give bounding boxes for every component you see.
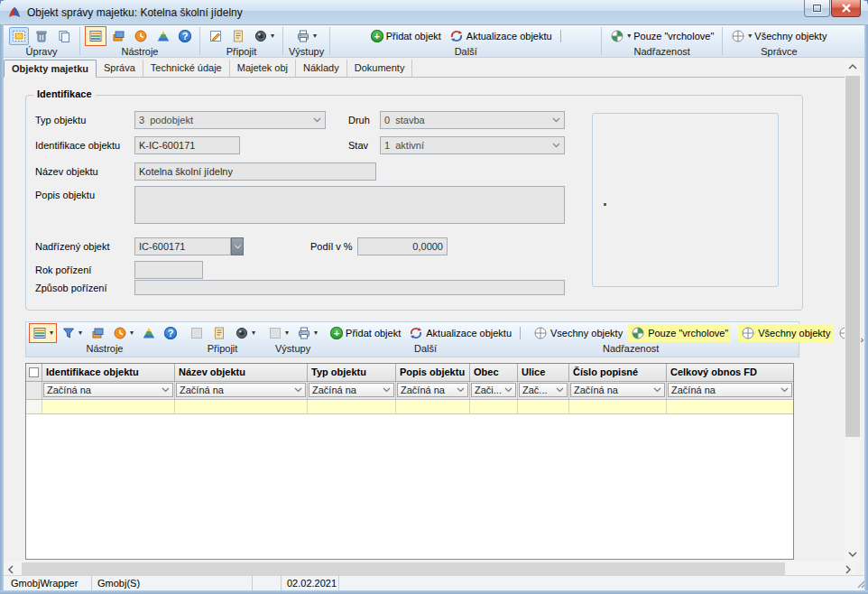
grid-only-top-objects-button[interactable]: Pouze "vrcholove" (628, 324, 731, 342)
identifikace-objektu-field[interactable]: K-IC-600171 (134, 136, 240, 154)
filter-operator-combo[interactable]: Začíná na (43, 383, 173, 397)
grid-body-empty[interactable] (26, 414, 793, 559)
column-header[interactable]: Celkový obnos FD (667, 364, 793, 382)
restore-window-button[interactable] (804, 0, 830, 17)
filter-input-cell[interactable] (518, 400, 569, 414)
column-header[interactable]: Číslo popisné (569, 364, 667, 382)
grid-export-button-disabled[interactable]: ▾ (265, 324, 291, 342)
column-header[interactable]: Identifikace objektu (42, 364, 175, 382)
chevron-down-icon (848, 552, 857, 557)
grid-add-object-button[interactable]: + Přidat objekt (328, 324, 403, 342)
grid-attach-document-button[interactable] (209, 324, 229, 342)
filter-operator-combo[interactable]: Zač... (519, 383, 568, 397)
column-header[interactable]: Popis objektu (396, 364, 470, 382)
podil-field[interactable]: 0,0000 (357, 237, 448, 255)
stav-combo[interactable]: 1 aktivní (380, 136, 565, 154)
column-header[interactable]: Typ objektu (308, 364, 396, 382)
trash-icon (34, 29, 49, 43)
update-object-button[interactable]: Aktualizace objektu (447, 27, 555, 45)
attach-document-button[interactable] (228, 27, 248, 45)
copy-button[interactable] (54, 27, 74, 45)
title-bar[interactable]: Objekt správy majetku: Kotelna školní jí… (0, 0, 868, 25)
druh-combo[interactable]: 0 stavba (380, 111, 565, 129)
nazev-objektu-field[interactable]: Kotelna školní jídelny (134, 162, 376, 181)
tab-dokumenty[interactable]: Dokumenty (347, 60, 413, 77)
grid-print-button[interactable]: ▾ (294, 324, 320, 342)
filter-input-cell[interactable] (569, 400, 667, 414)
nadrizeny-objekt-field[interactable]: IC-600171 (134, 237, 231, 255)
attach-note-button[interactable] (206, 27, 226, 45)
tab-objekty-majetku[interactable]: Objekty majetku (4, 60, 97, 78)
grid-all-objects-button[interactable]: Vsechny objekty (531, 324, 625, 342)
quarter-circle-icon (533, 326, 548, 340)
grid-help-button[interactable]: ? (162, 324, 180, 342)
nadrizeny-lookup-button[interactable] (231, 237, 244, 255)
grid-filter-button[interactable]: ▾ (59, 324, 85, 342)
attach-photo-button[interactable]: ▾ (251, 27, 277, 45)
vertical-scrollbar[interactable] (845, 60, 861, 562)
status-panel-date: 02.02.2021 (282, 576, 339, 590)
grid-attach-note-button-disabled[interactable] (187, 324, 207, 342)
filter-input-cell[interactable] (308, 400, 396, 414)
filter-operator-combo[interactable]: Začíná na (668, 383, 792, 397)
add-object-button[interactable]: + Přidat objekt (368, 27, 444, 45)
camera-icon (235, 326, 249, 340)
nazev-objektu-label: Název objektu (35, 166, 98, 177)
filter-input-cell[interactable] (42, 400, 175, 414)
scroll-down-button[interactable] (845, 547, 861, 562)
close-window-button[interactable] (831, 0, 861, 17)
plus-icon: + (371, 30, 383, 42)
rok-porizeni-field[interactable] (134, 261, 203, 279)
filter-operator-combo[interactable]: Zači... (471, 383, 516, 397)
chevron-down-icon (235, 245, 241, 249)
layers-icon (111, 29, 125, 43)
table-settings-button[interactable] (86, 27, 106, 45)
status-panel-wrapper: GmobjWrapper (5, 576, 92, 590)
grid-attach-photo-button[interactable]: ▾ (232, 324, 258, 342)
filter-operator-combo[interactable]: Začíná na (397, 383, 468, 397)
popis-objektu-field[interactable] (134, 186, 565, 224)
filter-input-cell[interactable] (667, 400, 793, 414)
filter-operator-combo[interactable]: Začíná na (309, 383, 394, 397)
group-label: Nástroje (87, 343, 124, 354)
edit-record-button[interactable] (9, 27, 29, 45)
column-header[interactable]: Ulice (518, 364, 569, 382)
typ-objektu-combo[interactable]: 3 podobjekt (134, 111, 326, 129)
only-top-objects-button[interactable]: ▾ Pouze "vrcholove" (607, 27, 716, 45)
scroll-up-button[interactable] (845, 60, 861, 74)
tab-majetek-obj[interactable]: Majetek obj (230, 60, 296, 77)
status-bar: GmobjWrapper Gmobj(S) 02.02.2021 (0, 575, 868, 590)
filter-input-cell[interactable] (470, 400, 518, 414)
checkbox-icon[interactable] (29, 367, 39, 377)
column-header[interactable]: Název objektu (175, 364, 308, 382)
all-objects-button[interactable]: ▾ Všechny objekty (728, 27, 829, 45)
zpusob-porizeni-field[interactable] (134, 280, 565, 295)
tab-sprava[interactable]: Správa (97, 60, 143, 77)
certificate-icon (231, 29, 245, 43)
grid-history-button[interactable]: ▾ (110, 324, 136, 342)
grid-layers-button[interactable] (88, 324, 107, 342)
delete-button[interactable] (32, 27, 51, 45)
grid-table-settings-button[interactable]: ▾ (30, 324, 56, 342)
tab-naklady[interactable]: Náklady (296, 60, 347, 77)
filter-input-cell[interactable] (396, 400, 470, 414)
filter-operator-combo[interactable]: Začíná na (176, 383, 306, 397)
column-header[interactable]: Obec (470, 364, 518, 382)
tab-technicke-udaje[interactable]: Technické údaje (143, 60, 230, 77)
vertical-scroll-thumb[interactable] (845, 76, 860, 437)
print-button[interactable]: ▾ (293, 27, 319, 45)
filter-operator-combo[interactable]: Začíná na (570, 383, 665, 397)
camera-icon (254, 29, 268, 43)
history-button[interactable] (131, 27, 151, 45)
pyramid-icon (156, 29, 171, 43)
grid-update-object-button[interactable]: Aktualizace objektu (406, 324, 514, 342)
grid-manager-all-objects-button[interactable]: Všechny objekty (738, 324, 833, 342)
grid-pyramid-button[interactable] (139, 324, 159, 342)
group-label: Další (414, 343, 437, 354)
pyramid-button[interactable] (153, 27, 173, 45)
layers-button[interactable] (108, 27, 128, 45)
filter-input-cell[interactable] (175, 400, 308, 414)
copy-icon (57, 29, 71, 43)
select-all-column-header[interactable] (26, 364, 42, 382)
help-button[interactable]: ? (176, 27, 194, 45)
